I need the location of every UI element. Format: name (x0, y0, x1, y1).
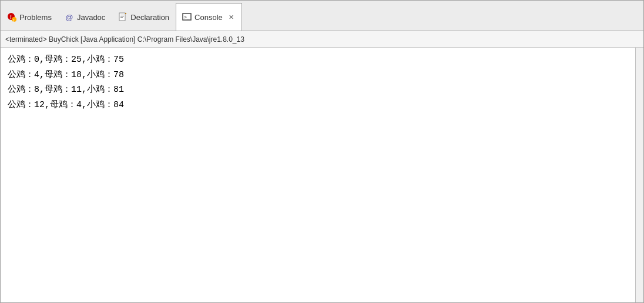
tab-problems-label: Problems (19, 13, 52, 22)
console-status-bar: <terminated> BuyChick [Java Application]… (1, 31, 643, 48)
console-output: 公鸡：0,母鸡：25,小鸡：75 公鸡：4,母鸡：18,小鸡：78 公鸡：8,母… (1, 48, 635, 302)
tab-problems[interactable]: ! ! Problems (1, 3, 58, 31)
problems-icon: ! ! (7, 12, 16, 22)
tab-console-label: Console (194, 13, 223, 22)
content-area: 公鸡：0,母鸡：25,小鸡：75 公鸡：4,母鸡：18,小鸡：78 公鸡：8,母… (1, 48, 643, 302)
output-line-3: 公鸡：8,母鸡：11,小鸡：81 (8, 82, 628, 98)
status-text: <terminated> BuyChick [Java Application]… (5, 35, 244, 44)
vertical-scrollbar[interactable] (635, 48, 643, 302)
output-line-4: 公鸡：12,母鸡：4,小鸡：84 (8, 98, 628, 113)
tab-console[interactable]: >_ Console ✕ (176, 3, 242, 31)
output-line-1: 公鸡：0,母鸡：25,小鸡：75 (8, 52, 628, 68)
svg-rect-7 (120, 17, 123, 18)
svg-text:>_: >_ (184, 15, 190, 20)
tab-bar: ! ! Problems @ Javadoc (1, 1, 643, 31)
console-icon: >_ (182, 12, 192, 22)
svg-text:!: ! (10, 14, 12, 20)
svg-rect-5 (120, 15, 124, 15)
tab-declaration-label: Declaration (130, 13, 169, 22)
svg-text:!: ! (14, 18, 15, 22)
tab-console-close[interactable]: ✕ (227, 13, 236, 21)
eclipse-panel: ! ! Problems @ Javadoc (0, 0, 644, 303)
output-line-2: 公鸡：4,母鸡：18,小鸡：78 (8, 68, 628, 83)
tab-declaration[interactable]: Declaration (112, 3, 176, 31)
svg-rect-6 (120, 16, 124, 16)
svg-rect-4 (119, 13, 125, 21)
declaration-icon (118, 12, 128, 22)
javadoc-icon: @ (65, 12, 74, 22)
tab-javadoc-label: Javadoc (77, 13, 105, 22)
tab-javadoc[interactable]: @ Javadoc (58, 3, 112, 31)
